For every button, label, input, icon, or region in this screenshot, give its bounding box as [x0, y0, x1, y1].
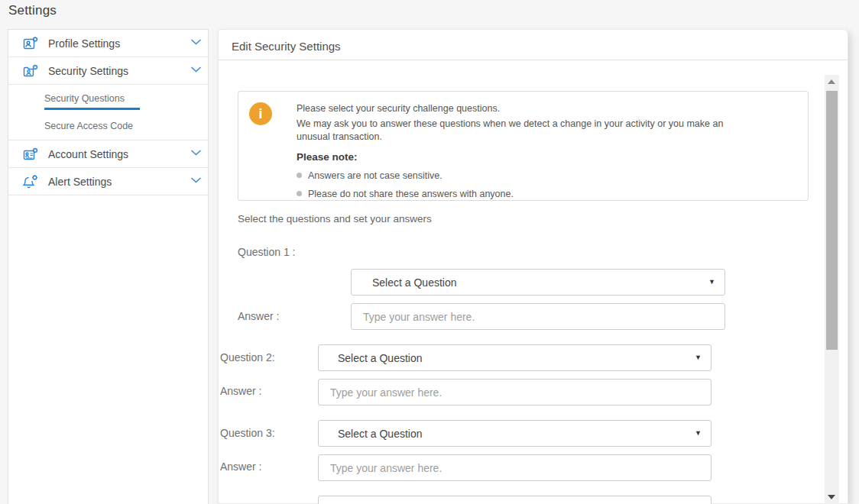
- security-questions-content: i Please select your security challenge …: [219, 60, 848, 504]
- bell-gear-icon: [23, 174, 38, 189]
- sidebar-item-account-settings[interactable]: Account Settings: [8, 141, 208, 168]
- bullet-dot-icon: [297, 173, 302, 178]
- question-1-select[interactable]: Select a Question ▼: [351, 269, 725, 296]
- security-settings-submenu: Security Questions Secure Access Code: [8, 85, 208, 141]
- submenu-item-security-questions[interactable]: Security Questions: [8, 85, 208, 112]
- select-caret-icon: ▼: [708, 279, 715, 286]
- question-1-label: Question 1 :: [238, 246, 296, 258]
- question-2-label: Question 2:: [220, 351, 275, 363]
- info-line-1: Please select your security challenge qu…: [297, 103, 736, 114]
- sidebar-item-label: Profile Settings: [48, 37, 120, 50]
- scroll-up-arrow-icon[interactable]: [828, 79, 835, 84]
- note-text: Answers are not case sensitive.: [308, 170, 442, 181]
- sidebar-item-label: Alert Settings: [48, 176, 112, 188]
- profile-card-gear-icon: [23, 36, 38, 51]
- sidebar-item-profile-settings[interactable]: Profile Settings: [8, 30, 208, 57]
- note-text: Please do not share these answers with a…: [308, 189, 514, 199]
- bullet-dot-icon: [297, 191, 302, 196]
- chevron-down-icon[interactable]: [190, 149, 202, 157]
- question-3-select-value: Select a Question: [338, 428, 423, 440]
- question-3-select[interactable]: Select a Question ▼: [318, 420, 712, 447]
- info-line-2: We may ask you to answer these questions…: [297, 118, 736, 144]
- settings-sidebar: Profile Settings Security Settings Secur…: [8, 29, 209, 504]
- submenu-item-secure-access-code[interactable]: Secure Access Code: [8, 112, 208, 140]
- answer-2-input[interactable]: [318, 379, 712, 405]
- chevron-down-icon[interactable]: [190, 38, 202, 46]
- question-3-label: Question 3:: [220, 427, 275, 439]
- chevron-down-icon[interactable]: [190, 176, 202, 184]
- sidebar-item-label: Account Settings: [48, 148, 128, 160]
- scroll-down-arrow-icon[interactable]: [828, 495, 835, 499]
- sidebar-item-alert-settings[interactable]: Alert Settings: [8, 168, 208, 195]
- answer-1-input[interactable]: [351, 303, 725, 330]
- vertical-scrollbar[interactable]: [825, 75, 839, 504]
- question-1-select-value: Select a Question: [372, 276, 457, 289]
- panel-title: Edit Security Settings: [232, 40, 341, 53]
- settings-page: { "page": { "title": "Settings" }, "colo…: [0, 0, 859, 504]
- answer-2-label: Answer :: [220, 385, 261, 397]
- sidebar-item-label: Security Settings: [48, 65, 128, 77]
- note-item: Please do not share these answers with a…: [297, 189, 736, 199]
- submenu-item-label: Security Questions: [44, 93, 125, 104]
- sidebar-item-security-settings[interactable]: Security Settings: [8, 57, 208, 85]
- info-text: Please select your security challenge qu…: [297, 103, 736, 199]
- security-card-gear-icon: [23, 63, 38, 79]
- account-card-gear-icon: [23, 147, 38, 162]
- please-note-title: Please note:: [297, 151, 736, 163]
- question-2-select[interactable]: Select a Question ▼: [318, 344, 712, 371]
- select-caret-icon: ▼: [695, 354, 702, 361]
- form-instruction: Select the questions and set your answer…: [238, 213, 432, 225]
- select-caret-icon: ▼: [695, 430, 702, 437]
- info-box: i Please select your security challenge …: [238, 91, 809, 201]
- edit-security-settings-panel: Edit Security Settings i Please select y…: [218, 29, 848, 504]
- answer-3-input[interactable]: [318, 454, 712, 481]
- submenu-item-label: Secure Access Code: [44, 121, 133, 131]
- page-title: Settings: [8, 3, 57, 18]
- scrollbar-thumb[interactable]: [826, 91, 838, 350]
- panel-header: Edit Security Settings: [219, 30, 848, 60]
- answer-1-label: Answer :: [238, 310, 279, 322]
- question-2-select-value: Select a Question: [338, 352, 423, 364]
- info-icon: i: [249, 102, 272, 125]
- answer-3-label: Answer :: [220, 460, 261, 473]
- chevron-down-icon[interactable]: [190, 66, 202, 73]
- active-item-underline: [44, 108, 140, 110]
- question-4-select[interactable]: Select a Question ▼: [318, 496, 712, 504]
- note-item: Answers are not case sensitive.: [297, 170, 736, 181]
